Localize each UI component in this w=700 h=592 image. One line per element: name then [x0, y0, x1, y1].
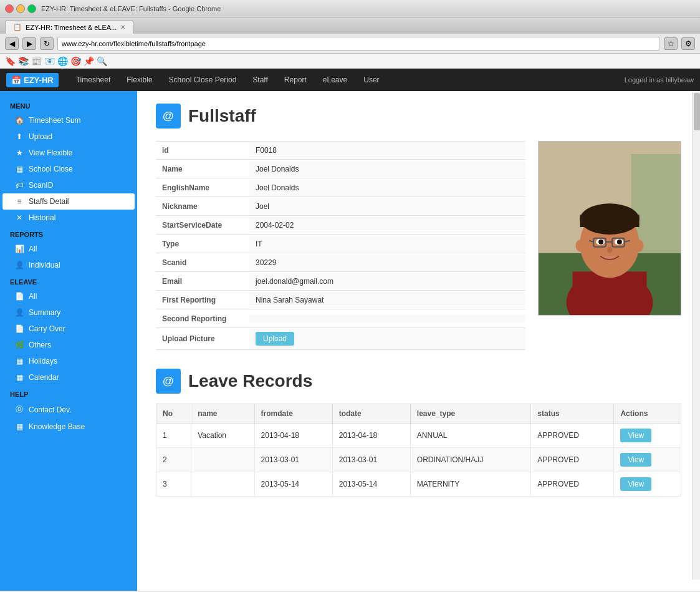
nav-item-eleave[interactable]: eLeave — [315, 72, 355, 88]
browser-title: EZY-HR: Timesheet & eLEAVE: Fullstaffs -… — [41, 5, 221, 12]
sidebar-item-individual[interactable]: 👤 Individual — [0, 257, 137, 273]
svg-point-9 — [575, 240, 585, 252]
sidebar-label-individual: Individual — [29, 261, 60, 269]
value-id: F0018 — [249, 142, 525, 158]
sidebar-label-calendar: Calendar — [29, 373, 59, 382]
leave-records-icon: @ — [156, 369, 181, 394]
sidebar-item-summary[interactable]: 👤 Summary — [0, 304, 137, 321]
sidebar-item-calendar[interactable]: ▦ Calendar — [0, 369, 137, 386]
sidebar-item-view-flexible[interactable]: ★ View Flexible — [0, 145, 137, 161]
sidebar-item-reports-all[interactable]: 📊 All — [0, 241, 137, 257]
value-start-date: 2004-02-02 — [249, 217, 525, 233]
app-logo: 📅 EZY-HR — [6, 73, 59, 87]
eleave-label: ELEAVE — [0, 273, 137, 288]
value-nickname: Joel — [249, 198, 525, 215]
sidebar-item-contact[interactable]: ⓪ Contact Dev. — [0, 400, 137, 419]
col-no: No — [156, 404, 191, 424]
table-row: 2 2013-03-01 2013-03-01 ORDINATION/HAJJ … — [156, 448, 681, 472]
svg-rect-4 — [573, 271, 647, 316]
sidebar-label-reports-all: All — [29, 245, 37, 253]
sidebar-item-school-close[interactable]: ▦ School Close — [0, 161, 137, 177]
tag-icon: 🏷 — [15, 181, 24, 190]
field-row-scanid: Scanid 30229 — [156, 253, 525, 272]
table-row: 3 2013-05-14 2013-05-14 MATERNITY APPROV… — [156, 472, 681, 497]
profile-fields: id F0018 Name Joel Donalds EnglishName J… — [156, 141, 525, 350]
bookmark-icon-3: 📰 — [31, 56, 42, 66]
view-button-3[interactable]: View — [620, 477, 651, 491]
svg-point-14 — [617, 240, 622, 245]
value-upload: Upload — [249, 328, 525, 349]
cell-type-1: ANNUAL — [410, 424, 531, 448]
url-input[interactable]: www.ezy-hr.com/flexibletime/fullstaffs/f… — [57, 37, 660, 51]
cell-todate-3: 2013-05-14 — [332, 472, 410, 497]
bookmark-star[interactable]: ☆ — [664, 37, 678, 50]
sidebar-item-staffs-detail[interactable]: ≡ Staffs Detail — [2, 193, 135, 210]
field-row-first-reporting: First Reporting Nina Sarah Sayawat — [156, 291, 525, 309]
sidebar-item-timesheet-sum[interactable]: 🏠 Timesheet Sum — [0, 112, 137, 129]
maximize-btn[interactable] — [27, 4, 36, 13]
leave-records-table: No name fromdate todate leave_type statu… — [156, 404, 681, 497]
grid-icon: ▦ — [15, 165, 24, 173]
field-row-email: Email joel.donald@gmail.com — [156, 272, 525, 291]
sidebar-label-summary: Summary — [29, 308, 60, 317]
sidebar-item-eleave-all[interactable]: 📄 All — [0, 288, 137, 304]
bookmark-icon-7: 📌 — [84, 56, 94, 66]
logo-text: EZY-HR — [24, 75, 54, 85]
scrollbar-track[interactable] — [693, 92, 700, 580]
scrollbar-thumb[interactable] — [694, 93, 700, 130]
sidebar-item-carry-over[interactable]: 📄 Carry Over — [0, 321, 137, 337]
view-button-1[interactable]: View — [620, 429, 651, 442]
logo-icon: 📅 — [11, 75, 21, 85]
sidebar-label-school-close: School Close — [29, 165, 73, 173]
cell-name-2 — [191, 448, 254, 472]
app-nav: 📅 EZY-HR Timesheet Flexible School Close… — [0, 69, 700, 91]
browser-tab[interactable]: 📋 EZY-HR: Timesheet & eLEA... ✕ — [5, 20, 133, 34]
nav-item-user[interactable]: User — [356, 72, 386, 88]
profile-photo-svg — [539, 141, 681, 316]
sidebar-label-view-flexible: View Flexible — [29, 148, 72, 157]
chart-icon: 📊 — [15, 245, 24, 253]
upload-picture-button[interactable]: Upload — [256, 332, 294, 346]
profile-section: id F0018 Name Joel Donalds EnglishName J… — [156, 141, 681, 350]
table-row: 1 Vacation 2013-04-18 2013-04-18 ANNUAL … — [156, 424, 681, 448]
tab-close-icon[interactable]: ✕ — [120, 24, 125, 31]
back-button[interactable]: ◀ — [5, 37, 19, 50]
minimize-btn[interactable] — [16, 4, 25, 13]
field-row-name: Name Joel Donalds — [156, 160, 525, 178]
field-row-upload: Upload Picture Upload — [156, 328, 525, 350]
menu-label: MENU — [0, 97, 137, 112]
nav-item-staff[interactable]: Staff — [245, 72, 275, 88]
sidebar-label-knowledge: Knowledge Base — [29, 422, 85, 431]
nav-item-school-close[interactable]: School Close Period — [161, 72, 244, 88]
cell-fromdate-2: 2013-03-01 — [254, 448, 332, 472]
forward-button[interactable]: ▶ — [22, 37, 36, 50]
view-button-2[interactable]: View — [620, 453, 651, 467]
nav-item-report[interactable]: Report — [277, 72, 314, 88]
reload-button[interactable]: ↻ — [40, 37, 54, 50]
cell-fromdate-1: 2013-04-18 — [254, 424, 332, 448]
sidebar-label-contact: Contact Dev. — [29, 405, 71, 414]
field-row-id: id F0018 — [156, 141, 525, 160]
label-upload: Upload Picture — [156, 331, 249, 347]
col-todate: todate — [332, 404, 410, 424]
svg-point-20 — [607, 247, 612, 253]
bookmark-icon-6: 🎯 — [70, 56, 81, 66]
sidebar-item-scanid[interactable]: 🏷 ScanID — [0, 177, 137, 193]
value-email: joel.donald@gmail.com — [249, 273, 525, 289]
sidebar-item-others[interactable]: 🌿 Others — [0, 337, 137, 353]
sidebar-item-historial[interactable]: ✕ Historial — [0, 210, 137, 226]
nav-item-timesheet[interactable]: Timesheet — [69, 72, 118, 88]
home-icon: 🏠 — [15, 116, 24, 125]
contact-icon: ⓪ — [15, 404, 24, 415]
sidebar-item-knowledge[interactable]: ▦ Knowledge Base — [0, 419, 137, 435]
settings-btn[interactable]: ⚙ — [681, 37, 695, 50]
close-btn[interactable] — [5, 4, 14, 13]
sidebar-item-upload[interactable]: ⬆ Upload — [0, 129, 137, 145]
person-icon: 👤 — [15, 261, 24, 269]
label-start-date: StartServiceDate — [156, 217, 249, 233]
sidebar-item-holidays[interactable]: ▦ Holidays — [0, 353, 137, 369]
sidebar-label-eleave-all: All — [29, 292, 37, 301]
label-nickname: Nickname — [156, 198, 249, 215]
nav-item-flexible[interactable]: Flexible — [119, 72, 160, 88]
leave-records-title: Leave Records — [188, 371, 312, 391]
